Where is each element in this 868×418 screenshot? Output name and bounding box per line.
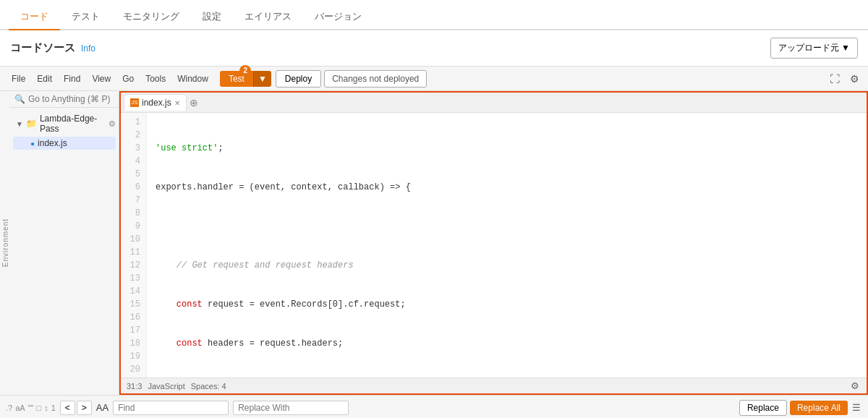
- upload-button[interactable]: アップロード元 ▼: [770, 38, 858, 59]
- replace-input[interactable]: [233, 401, 349, 415]
- cursor-position: 31:3: [127, 382, 142, 391]
- one-icon: 1: [51, 404, 56, 412]
- sort-icon: ↕: [44, 404, 48, 412]
- tab-add-button[interactable]: ⊕: [187, 97, 201, 108]
- folder-gear-icon[interactable]: ⚙: [109, 119, 116, 129]
- code-content[interactable]: 'use strict'; exports.handler = (event, …: [147, 113, 867, 378]
- code-line-3: [156, 220, 858, 233]
- find-close-icon[interactable]: ☰: [851, 401, 862, 414]
- folder-icon: 📁: [26, 119, 37, 129]
- tab-test[interactable]: テスト: [60, 4, 111, 30]
- quotes-icon: "": [28, 404, 34, 412]
- toolbar-right: ⛶ ⚙: [827, 72, 862, 86]
- regex-icon: .?: [6, 404, 12, 412]
- editor-pane: 1 JS index.js ✕ ⊕ 1 2 3 4 5 6 7 8 9 10: [119, 91, 868, 395]
- test-dropdown-arrow[interactable]: ▼: [253, 71, 271, 87]
- file-dot-icon: ●: [30, 140, 35, 148]
- find-bar-icons: .? aA "" □ ↕ 1: [6, 404, 56, 412]
- sidebar: Environment 🔍 ▼ 📁 Lambda-Edge-Pass ⚙ ●: [0, 91, 119, 395]
- tab-version[interactable]: バージョン: [303, 4, 373, 30]
- code-line-2: exports.handler = (event, context, callb…: [156, 181, 858, 194]
- status-right: ⚙: [849, 379, 861, 393]
- toolbar-file[interactable]: File: [6, 72, 31, 86]
- folder-lambda-edge[interactable]: ▼ 📁 Lambda-Edge-Pass: [13, 112, 109, 135]
- toolbar-tools[interactable]: Tools: [140, 72, 171, 86]
- test-btn-group: Test ▼ 2: [220, 71, 271, 87]
- code-line-4: // Get request and request headers: [156, 259, 858, 272]
- toolbar-window[interactable]: Window: [171, 72, 214, 86]
- toolbar-go[interactable]: Go: [116, 72, 140, 86]
- toolbar-view[interactable]: View: [86, 72, 116, 86]
- find-input[interactable]: [113, 401, 229, 415]
- search-bar: 🔍: [10, 91, 119, 108]
- toolbar-find[interactable]: Find: [58, 72, 86, 86]
- file-tree: ▼ 📁 Lambda-Edge-Pass ⚙ ● index.js: [10, 108, 119, 153]
- find-next-button[interactable]: >: [77, 401, 92, 415]
- code-source-label: コードソース: [10, 41, 75, 55]
- find-prev-button[interactable]: <: [60, 401, 75, 415]
- spaces-label: Spaces: 4: [191, 382, 226, 391]
- tab-index-js[interactable]: JS index.js ✕: [124, 94, 187, 111]
- collapse-icon: ▼: [16, 120, 23, 128]
- case-icon: aA: [15, 404, 25, 412]
- aa-label: AA: [96, 402, 109, 413]
- find-nav: < >: [60, 401, 92, 415]
- file-index-js[interactable]: ● index.js: [13, 137, 116, 150]
- language-label: JavaScript: [148, 382, 184, 391]
- tab-file-icon: JS: [130, 98, 139, 107]
- top-nav: コード テスト モニタリング 設定 エイリアス バージョン: [0, 0, 868, 30]
- code-line-1: 'use strict';: [156, 142, 858, 155]
- fullscreen-button[interactable]: ⛶: [827, 72, 843, 86]
- settings-button[interactable]: ⚙: [847, 72, 862, 86]
- changes-not-deployed-badge: Changes not deployed: [324, 70, 427, 88]
- code-source-title: コードソース Info: [10, 41, 95, 55]
- env-label-container: Environment: [1, 91, 9, 395]
- code-source-header: コードソース Info アップロード元 ▼: [0, 30, 868, 67]
- tab-alias[interactable]: エイリアス: [233, 4, 303, 30]
- badge-2: 2: [239, 65, 251, 77]
- info-link[interactable]: Info: [81, 43, 95, 54]
- tab-settings[interactable]: 設定: [191, 4, 233, 30]
- tab-monitoring[interactable]: モニタリング: [111, 4, 191, 30]
- replace-button[interactable]: Replace: [739, 400, 787, 416]
- status-bar: 31:3 JavaScript Spaces: 4 ⚙: [121, 378, 867, 393]
- code-editor[interactable]: 1 2 3 4 5 6 7 8 9 10 11 12 13 14 15 16 1…: [121, 113, 867, 378]
- find-bar: .? aA "" □ ↕ 1 < > AA Replace Replace Al…: [0, 395, 868, 418]
- tab-label: index.js: [142, 98, 171, 108]
- code-line-6: const headers = request.headers;: [156, 337, 858, 350]
- editor-toolbar: File Edit Find View Go Tools Window Test…: [0, 67, 868, 91]
- tab-close-button[interactable]: ✕: [174, 99, 180, 107]
- status-settings-icon[interactable]: ⚙: [849, 379, 861, 393]
- tabs-bar: JS index.js ✕ ⊕: [121, 93, 867, 113]
- file-label: index.js: [38, 138, 67, 148]
- main-area: Environment 🔍 ▼ 📁 Lambda-Edge-Pass ⚙ ●: [0, 91, 868, 395]
- environment-label: Environment: [1, 218, 9, 267]
- line-numbers: 1 2 3 4 5 6 7 8 9 10 11 12 13 14 15 16 1…: [121, 113, 147, 378]
- folder-label: Lambda-Edge-Pass: [40, 114, 106, 134]
- box-icon: □: [36, 404, 41, 412]
- code-line-5: const request = event.Records[0].cf.requ…: [156, 298, 858, 311]
- replace-all-button[interactable]: Replace All: [790, 401, 848, 415]
- sidebar-inner: 🔍 ▼ 📁 Lambda-Edge-Pass ⚙ ● index.js: [10, 91, 119, 395]
- find-bar-right: Replace Replace All ☰: [739, 400, 862, 416]
- tab-code[interactable]: コード: [9, 4, 60, 30]
- toolbar-edit[interactable]: Edit: [31, 72, 58, 86]
- search-icon: 🔍: [14, 94, 25, 104]
- deploy-button[interactable]: Deploy: [276, 70, 321, 88]
